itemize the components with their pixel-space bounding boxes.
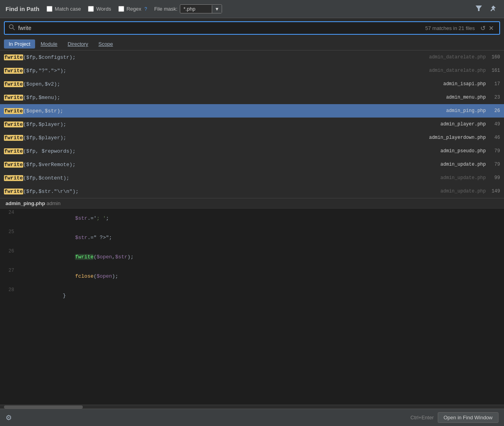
result-filename: admin_playerdown.php — [429, 135, 486, 140]
search-magnifier-icon — [9, 24, 15, 32]
tab-directory[interactable]: Directory — [63, 39, 93, 49]
code-line-25: 25 $str.=" ?>"; — [0, 228, 504, 247]
keyword-match: fwrite — [4, 175, 23, 181]
tab-module[interactable]: Module — [36, 39, 62, 49]
result-linenum: 79 — [488, 148, 500, 154]
table-row[interactable]: fwrite ($fp,$verRemote); admin_update.ph… — [0, 158, 504, 171]
file-mask-input[interactable] — [180, 5, 212, 13]
svg-marker-0 — [476, 6, 482, 11]
close-search-button[interactable]: ✕ — [487, 24, 495, 32]
tab-scope[interactable]: Scope — [94, 39, 118, 49]
find-in-path-panel: Find in Path Match case Words Regex ? Fi… — [0, 0, 504, 426]
code-line-24: 24 $str.='; '; — [0, 209, 504, 228]
result-linenum: 49 — [488, 121, 500, 127]
table-row[interactable]: fwrite ($open,$str); admin_ping.php 26 — [0, 104, 504, 118]
words-option[interactable]: Words — [88, 6, 111, 12]
scrollbar-thumb[interactable] — [4, 405, 83, 409]
keyword-match: fwrite — [4, 95, 23, 101]
code-preview-header: admin_ping.php admin — [0, 198, 504, 209]
keyword-match: fwrite — [4, 121, 23, 127]
line-number: 25 — [0, 229, 20, 235]
settings-button[interactable]: ⚙ — [6, 413, 12, 422]
table-row[interactable]: fwrite ($fp,"?".">"); admin_datarelate.p… — [0, 64, 504, 77]
result-code: fwrite ($fp,$str."\r\n"); — [4, 189, 433, 194]
result-code: fwrite ($fp,$player); — [4, 121, 433, 127]
preview-folder: admin — [47, 200, 60, 206]
result-linenum: 79 — [488, 162, 500, 167]
panel-title: Find in Path — [6, 6, 39, 12]
regex-checkbox[interactable] — [118, 6, 124, 12]
file-mask-group: File mask: ▼ — [154, 4, 222, 13]
result-filename: admin_menu.php — [446, 95, 486, 100]
result-filename: admin_update.php — [441, 175, 486, 181]
line-number: 24 — [0, 210, 20, 215]
words-checkbox[interactable] — [88, 6, 94, 12]
line-code: $str.=" ?>"; — [20, 229, 112, 247]
table-row[interactable]: fwrite ($fp,$content); admin_update.php … — [0, 171, 504, 185]
pin-icon — [489, 5, 497, 12]
table-row[interactable]: fwrite ($fp,$player); admin_player.php 4… — [0, 118, 504, 131]
table-row[interactable]: fwrite ($open,$v2); admin_isapi.php 17 — [0, 77, 504, 91]
filter-icon-button[interactable] — [473, 4, 484, 14]
result-filename: admin_isapi.php — [443, 81, 486, 87]
result-filename: admin_pseudo.php — [441, 148, 486, 154]
line-code: $str.='; '; — [20, 209, 109, 227]
file-mask-input-wrap: ▼ — [180, 4, 222, 13]
code-line-28: 28 } — [0, 286, 504, 305]
line-code: fwrite($open,$str); — [20, 248, 134, 266]
preview-filename: admin_ping.php — [6, 200, 45, 206]
result-linenum: 26 — [488, 108, 500, 114]
keyword-match: fwrite — [4, 148, 23, 154]
result-filename: admin_update.php — [441, 162, 486, 167]
result-filename: admin_update.php — [441, 189, 486, 194]
results-section: fwrite ($fp,$configstr); admin_datarelat… — [0, 50, 504, 198]
search-results-count: 57 matches in 21 files — [425, 25, 475, 31]
result-code: fwrite ($fp,$menu); — [4, 95, 438, 101]
result-code: fwrite ($fp,$configstr); — [4, 54, 421, 60]
keyword-match: fwrite — [4, 68, 23, 74]
result-linenum: 46 — [488, 135, 500, 140]
refresh-button[interactable]: ↺ — [479, 24, 487, 32]
match-case-label: Match case — [55, 6, 81, 12]
search-input[interactable] — [18, 25, 425, 31]
svg-line-2 — [13, 28, 15, 30]
footer-shortcut: Ctrl+Enter — [411, 415, 434, 420]
result-code: fwrite ($open,$str); — [4, 108, 438, 114]
table-row[interactable]: fwrite ($fp,$configstr); admin_datarelat… — [0, 50, 504, 64]
open-in-find-window-button[interactable]: Open in Find Window — [438, 412, 498, 423]
regex-label: Regex — [127, 6, 142, 12]
pin-icon-button[interactable] — [487, 4, 498, 14]
regex-help-icon[interactable]: ? — [144, 6, 147, 12]
results-list[interactable]: fwrite ($fp,$configstr); admin_datarelat… — [0, 50, 504, 198]
words-label: Words — [96, 6, 111, 12]
result-code: fwrite ($open,$v2); — [4, 81, 435, 87]
result-filename: admin_ping.php — [446, 108, 486, 114]
result-linenum: 23 — [488, 95, 500, 100]
result-code: fwrite ($fp,$content); — [4, 175, 433, 181]
line-code: fclose($open); — [20, 267, 118, 285]
magnifier-svg — [9, 24, 15, 30]
keyword-match: fwrite — [4, 135, 23, 141]
regex-option[interactable]: Regex ? — [118, 6, 147, 12]
table-row[interactable]: fwrite ($fp, $repwords); admin_pseudo.ph… — [0, 144, 504, 158]
horizontal-scrollbar[interactable] — [0, 405, 504, 409]
match-case-checkbox[interactable] — [47, 6, 52, 12]
keyword-match: fwrite — [4, 108, 23, 114]
result-filename: admin_datarelate.php — [429, 68, 486, 73]
table-row[interactable]: fwrite ($fp,$str."\r\n"); admin_update.p… — [0, 185, 504, 198]
table-row[interactable]: fwrite ($fp,$player); admin_playerdown.p… — [0, 131, 504, 144]
result-filename: admin_player.php — [441, 121, 486, 127]
match-case-option[interactable]: Match case — [47, 6, 81, 12]
tab-in-project[interactable]: In Project — [4, 39, 35, 49]
code-line-27: 27 fclose($open); — [0, 267, 504, 286]
file-mask-dropdown-button[interactable]: ▼ — [212, 5, 222, 13]
table-row[interactable]: fwrite ($fp,$menu); admin_menu.php 23 — [0, 91, 504, 104]
code-preview[interactable]: 24 $str.='; '; 25 $str.=" ?>"; 26 fwrite… — [0, 209, 504, 405]
code-line-26: 26 fwrite($open,$str); — [0, 247, 504, 267]
line-number: 28 — [0, 287, 20, 293]
search-bar: 57 matches in 21 files ↺ ✕ — [4, 21, 500, 35]
result-code: fwrite ($fp,$player); — [4, 135, 421, 141]
result-linenum: 17 — [488, 81, 500, 87]
keyword-match: fwrite — [4, 189, 23, 194]
line-number: 26 — [0, 248, 20, 254]
